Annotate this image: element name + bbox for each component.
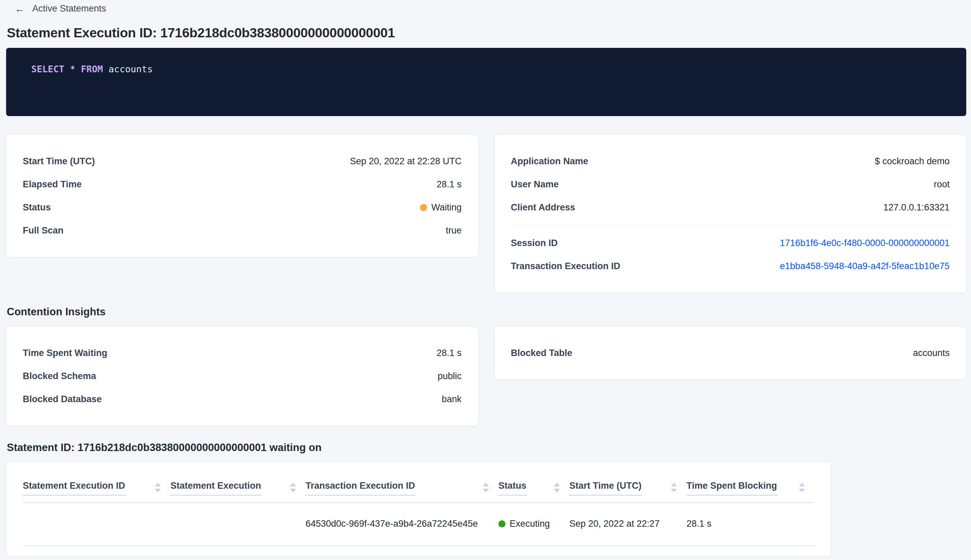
column-header-status[interactable]: Status — [499, 481, 569, 495]
cell-time-spent-blocking: 28.1 s — [686, 503, 814, 546]
full-scan-value: true — [446, 225, 462, 236]
session-id-link[interactable]: 1716b1f6-4e0c-f480-0000-000000000001 — [780, 238, 949, 248]
card-divider — [511, 225, 950, 225]
column-label: Status — [499, 481, 527, 495]
blocked-database-label: Blocked Database — [23, 394, 102, 405]
elapsed-time-label: Elapsed Time — [23, 179, 82, 190]
cell-status: Executing — [499, 503, 569, 546]
application-name-row: Application Name $ cockroach demo — [511, 150, 950, 173]
status-label: Status — [23, 202, 51, 213]
session-id-row: Session ID 1716b1f6-4e0c-f480-0000-00000… — [511, 232, 950, 255]
full-scan-label: Full Scan — [23, 225, 63, 236]
column-header-transaction-execution-id[interactable]: Transaction Execution ID — [305, 481, 499, 495]
column-header-start-time[interactable]: Start Time (UTC) — [569, 481, 686, 495]
blocked-schema-row: Blocked Schema public — [23, 365, 462, 388]
column-label: Start Time (UTC) — [569, 481, 642, 495]
contention-cards-row: Time Spent Waiting 28.1 s Blocked Schema… — [6, 326, 966, 426]
transaction-execution-id-row: Transaction Execution ID e1bba458-5948-4… — [511, 255, 950, 278]
blocked-table-card: Blocked Table accounts — [494, 326, 967, 380]
blocked-database-value: bank — [442, 394, 462, 405]
blocked-table-row: Blocked Table accounts — [511, 342, 950, 365]
full-scan-row: Full Scan true — [23, 219, 462, 242]
column-label: Time Spent Blocking — [686, 481, 777, 495]
contention-details-card: Time Spent Waiting 28.1 s Blocked Schema… — [6, 326, 478, 426]
column-label: Transaction Execution ID — [305, 481, 415, 495]
client-address-label: Client Address — [511, 202, 576, 213]
waiting-on-heading: Statement ID: 1716b218dc0b38380000000000… — [7, 442, 966, 454]
application-name-value: $ cockroach demo — [874, 156, 949, 167]
table-header-row: Statement Execution ID Statement Executi… — [23, 471, 814, 503]
cell-transaction-execution-id: 64530d0c-969f-437e-a9b4-26a72245e45e — [305, 503, 499, 546]
page-title: Statement Execution ID: 1716b218dc0b3838… — [7, 25, 966, 40]
sql-statement-box: SELECT * FROM accounts — [6, 48, 966, 116]
blocked-schema-value: public — [438, 371, 462, 382]
waiting-status-dot-icon — [420, 204, 427, 211]
blocked-table-label: Blocked Table — [511, 348, 572, 358]
sort-icon[interactable] — [290, 481, 296, 492]
cell-start-time: Sep 20, 2022 at 22:27 — [569, 503, 686, 546]
column-header-statement-execution-id[interactable]: Statement Execution ID — [23, 481, 170, 495]
application-name-label: Application Name — [511, 156, 588, 167]
client-address-row: Client Address 127.0.0.1:63321 — [511, 196, 950, 219]
status-text: Executing — [510, 518, 550, 529]
breadcrumb-label: Active Statements — [32, 3, 106, 14]
blocked-table-value: accounts — [913, 348, 949, 358]
elapsed-time-value: 28.1 s — [437, 179, 462, 190]
back-to-active-statements-link[interactable]: ← Active Statements — [15, 3, 106, 14]
column-label: Statement Execution ID — [23, 481, 125, 495]
cell-statement-execution — [170, 503, 305, 546]
column-header-time-spent-blocking[interactable]: Time Spent Blocking — [686, 481, 814, 495]
transaction-execution-id-link[interactable]: e1bba458-5948-40a9-a42f-5feac1b10e75 — [780, 261, 949, 272]
sort-icon[interactable] — [554, 481, 560, 492]
blocked-schema-label: Blocked Schema — [23, 371, 96, 382]
status-value: Waiting — [420, 202, 461, 213]
session-id-label: Session ID — [511, 238, 558, 248]
waiting-on-table: Statement Execution ID Statement Executi… — [23, 471, 814, 546]
user-name-label: User Name — [511, 179, 559, 190]
executing-status-dot-icon — [499, 520, 506, 527]
sort-icon[interactable] — [799, 481, 805, 492]
client-address-value: 127.0.0.1:63321 — [883, 202, 949, 213]
time-spent-waiting-label: Time Spent Waiting — [23, 348, 107, 358]
elapsed-time-row: Elapsed Time 28.1 s — [23, 173, 462, 196]
sql-keyword: SELECT — [31, 64, 65, 74]
blocked-database-row: Blocked Database bank — [23, 388, 462, 411]
page-content: ← Active Statements Statement Execution … — [0, 3, 971, 557]
sql-text: * — [65, 64, 81, 74]
waiting-on-table-card: Statement Execution ID Statement Executi… — [6, 462, 831, 557]
sql-text: accounts — [103, 64, 152, 74]
time-spent-waiting-row: Time Spent Waiting 28.1 s — [23, 342, 462, 365]
time-spent-waiting-value: 28.1 s — [437, 348, 462, 358]
user-name-value: root — [934, 179, 949, 190]
column-label: Statement Execution — [170, 481, 261, 495]
cell-statement-execution-id — [23, 503, 170, 546]
execution-details-card: Start Time (UTC) Sep 20, 2022 at 22:28 U… — [6, 134, 478, 257]
table-row: 64530d0c-969f-437e-a9b4-26a72245e45e Exe… — [23, 503, 814, 546]
sql-keyword: FROM — [81, 64, 103, 74]
sort-icon[interactable] — [155, 481, 161, 492]
user-name-row: User Name root — [511, 173, 950, 196]
session-details-card: Application Name $ cockroach demo User N… — [494, 134, 967, 293]
summary-cards-row: Start Time (UTC) Sep 20, 2022 at 22:28 U… — [6, 134, 966, 293]
transaction-execution-id-label: Transaction Execution ID — [511, 261, 621, 272]
contention-insights-heading: Contention Insights — [7, 306, 966, 318]
status-row: Status Waiting — [23, 196, 462, 219]
back-arrow-icon: ← — [15, 4, 25, 14]
sort-icon[interactable] — [671, 481, 677, 492]
column-header-statement-execution[interactable]: Statement Execution — [170, 481, 305, 495]
sort-icon[interactable] — [483, 481, 489, 492]
status-text: Waiting — [431, 202, 461, 212]
start-time-row: Start Time (UTC) Sep 20, 2022 at 22:28 U… — [23, 150, 462, 173]
start-time-label: Start Time (UTC) — [23, 156, 95, 167]
start-time-value: Sep 20, 2022 at 22:28 UTC — [350, 156, 462, 167]
